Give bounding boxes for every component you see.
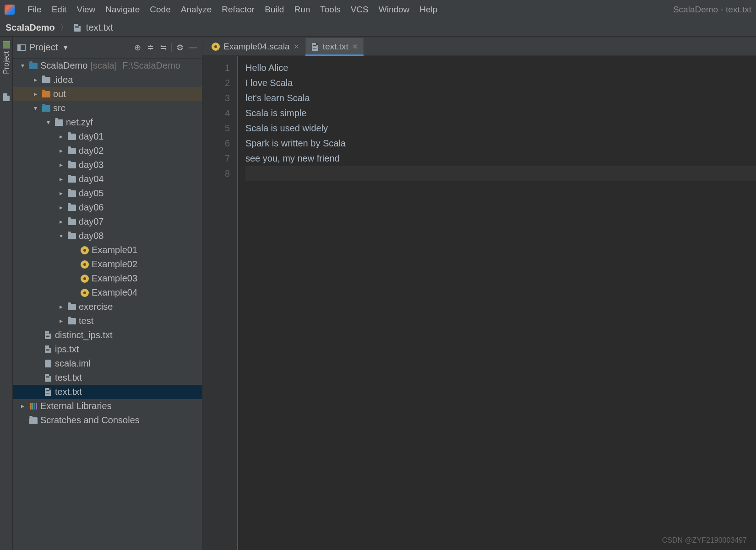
chevron-right-icon[interactable]: ▸ [57,172,65,186]
tree-folder-out[interactable]: ▸ out [13,87,202,101]
breadcrumb: ScalaDemo 〉 text.txt [0,19,756,37]
chevron-right-icon[interactable]: ▸ [57,186,65,200]
panel-dropdown-icon[interactable]: ▼ [62,44,69,51]
tree-file-example04[interactable]: Example04 [13,286,202,300]
locate-icon[interactable]: ⊕ [133,43,142,52]
tree-folder-day05[interactable]: ▸day05 [13,186,202,200]
close-icon[interactable]: ✕ [352,43,358,51]
tool-window-bar: Project [0,37,13,550]
tree-label: test.txt [55,371,82,385]
breadcrumb-file[interactable]: text.txt [86,22,113,33]
expand-all-icon[interactable]: ≑ [146,43,155,52]
tree-file-example02[interactable]: Example02 [13,257,202,271]
tree-label: distinct_ips.txt [55,328,113,342]
collapse-all-icon[interactable]: ≒ [158,43,168,52]
menu-view[interactable]: View [76,5,95,15]
chevron-right-icon[interactable]: ▸ [57,300,65,314]
tab-example04[interactable]: Example04.scala ✕ [206,38,305,55]
menu-build[interactable]: Build [265,5,284,15]
menu-vcs[interactable]: VCS [351,5,369,15]
chevron-right-icon[interactable]: ▸ [57,158,65,172]
chevron-down-icon[interactable]: ▾ [57,229,65,243]
chevron-right-icon[interactable]: ▸ [57,314,65,328]
scala-object-icon [81,260,89,269]
tree-folder-day03[interactable]: ▸day03 [13,158,202,172]
tree-folder-day04[interactable]: ▸day04 [13,172,202,186]
structure-tool-icon[interactable] [2,93,11,102]
tree-file-test-txt[interactable]: test.txt [13,371,202,385]
code-content[interactable]: Hello Alice I love Scala let's learn Sca… [238,56,756,550]
menu-help[interactable]: Help [419,5,437,15]
menu-run[interactable]: Run [294,5,310,15]
gear-icon[interactable]: ⚙ [175,43,185,52]
tree-file-scala-iml[interactable]: scala.iml [13,356,202,371]
tree-folder-day07[interactable]: ▸day07 [13,215,202,229]
tree-folder-day08[interactable]: ▾day08 [13,229,202,243]
chevron-right-icon[interactable]: ▸ [57,200,65,215]
scratches-icon [29,416,38,425]
iml-file-icon [44,360,52,368]
tree-folder-day01[interactable]: ▸day01 [13,129,202,144]
menu-window[interactable]: Window [379,5,410,15]
tab-text-txt[interactable]: text.txt ✕ [305,38,364,55]
folder-icon [68,218,76,226]
project-tool-icon[interactable] [3,41,10,49]
folder-icon [68,204,76,212]
app-logo-icon [5,5,15,15]
code-line: Scala is used widely [245,121,756,136]
watermark: CSDN @ZYF2190003497 [662,536,747,545]
tree-label: Example01 [92,243,137,257]
tree-file-distinct-ips[interactable]: distinct_ips.txt [13,328,202,342]
folder-icon [68,175,76,183]
menu-edit[interactable]: Edit [52,5,67,15]
menu-code[interactable]: Code [150,5,170,15]
menu-navigate[interactable]: Navigate [105,5,140,15]
tree-root-module: [scala] [90,59,117,73]
chevron-right-icon[interactable]: ▸ [31,87,39,101]
tree-folder-idea[interactable]: ▸ .idea [13,73,202,87]
menu-tools[interactable]: Tools [320,5,340,15]
chevron-right-icon[interactable]: ▸ [57,129,65,144]
tree-file-text-txt[interactable]: text.txt [13,385,202,399]
chevron-right-icon[interactable]: ▸ [18,399,27,413]
menu-analyze[interactable]: Analyze [181,5,212,15]
editor-area: Example04.scala ✕ text.txt ✕ 12345678 He… [202,37,756,550]
tree-package-netzyf[interactable]: ▾ net.zyf [13,115,202,129]
tree-scratches[interactable]: ▸Scratches and Consoles [13,413,202,427]
project-tab-label[interactable]: Project [2,51,11,74]
tree-root-path: F:\ScalaDemo [122,59,180,73]
tree-folder-src[interactable]: ▾ src [13,101,202,115]
tree-file-example01[interactable]: Example01 [13,243,202,257]
tree-label: day02 [79,144,104,158]
tree-external-libraries[interactable]: ▸External Libraries [13,399,202,413]
chevron-down-icon[interactable]: ▾ [31,101,39,115]
code-line: let's learn Scala [245,91,756,106]
chevron-right-icon[interactable]: ▸ [57,144,65,158]
chevron-down-icon[interactable]: ▾ [18,59,27,73]
tree-file-ips[interactable]: ips.txt [13,342,202,356]
scala-object-icon [81,275,89,283]
panel-title[interactable]: Project [29,42,58,53]
text-file-icon [44,345,52,354]
menu-refactor[interactable]: Refactor [222,5,255,15]
tree-folder-day06[interactable]: ▸day06 [13,200,202,215]
tree-label: Example02 [92,257,137,271]
chevron-right-icon[interactable]: ▸ [57,215,65,229]
tree-label: scala.iml [55,356,91,371]
text-file-icon [311,43,319,51]
tree-folder-day02[interactable]: ▸day02 [13,144,202,158]
menu-file[interactable]: File [27,5,42,15]
tree-file-example03[interactable]: Example03 [13,271,202,286]
tree-root[interactable]: ▾ ScalaDemo [scala] F:\ScalaDemo [13,59,202,73]
hide-icon[interactable]: — [188,43,197,52]
chevron-down-icon[interactable]: ▾ [44,115,52,129]
tree-label: day05 [79,186,104,200]
editor-body[interactable]: 12345678 Hello Alice I love Scala let's … [202,56,756,550]
panel-icon [17,44,26,51]
close-icon[interactable]: ✕ [294,43,299,51]
chevron-right-icon[interactable]: ▸ [31,73,39,87]
tree-folder-test[interactable]: ▸test [13,314,202,328]
breadcrumb-root[interactable]: ScalaDemo [5,22,55,33]
tree-label: out [53,87,66,101]
tree-folder-exercise[interactable]: ▸exercise [13,300,202,314]
